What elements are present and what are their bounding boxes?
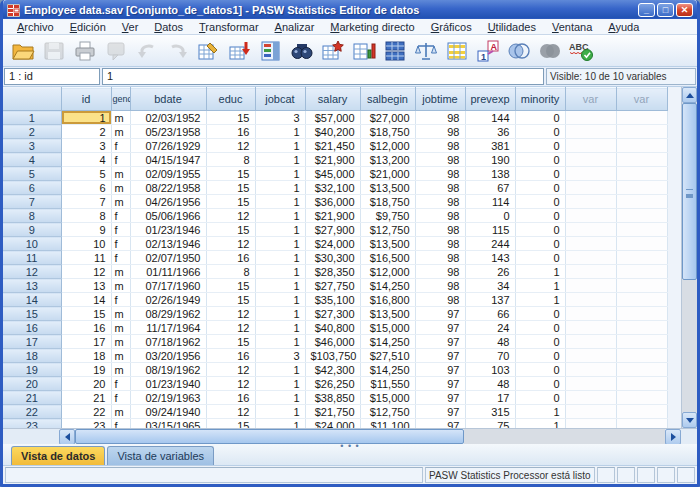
cell[interactable]: 1 — [515, 405, 565, 419]
cell[interactable]: 0 — [465, 209, 515, 223]
cell[interactable]: 01/11/1966 — [130, 265, 206, 279]
cell[interactable]: 1 — [255, 377, 305, 391]
cell[interactable]: m — [111, 321, 130, 335]
cell[interactable]: $27,300 — [305, 307, 360, 321]
cell-empty-var[interactable] — [616, 321, 667, 335]
cell[interactable]: 7 — [61, 195, 111, 209]
use-variable-sets-icon[interactable] — [503, 37, 534, 65]
cell[interactable]: 26 — [465, 265, 515, 279]
cell[interactable]: 36 — [465, 125, 515, 139]
cell[interactable]: 13 — [61, 279, 111, 293]
cell[interactable]: $13,500 — [360, 181, 415, 195]
cell[interactable]: 8 — [206, 265, 255, 279]
cell[interactable]: $27,510 — [360, 349, 415, 363]
horizontal-scroll-track[interactable] — [464, 429, 665, 444]
cell[interactable]: 15 — [206, 111, 255, 125]
cell[interactable]: 98 — [415, 237, 465, 251]
cell[interactable]: 97 — [415, 321, 465, 335]
cell[interactable]: $103,750 — [305, 349, 360, 363]
print-icon[interactable] — [69, 37, 100, 65]
cell[interactable]: 0 — [515, 335, 565, 349]
cell[interactable]: 09/24/1940 — [130, 405, 206, 419]
cell[interactable]: f — [111, 293, 130, 307]
cell[interactable]: 12 — [206, 377, 255, 391]
cell[interactable]: 1 — [255, 391, 305, 405]
cell[interactable]: 103 — [465, 363, 515, 377]
cell-empty-var[interactable] — [616, 349, 667, 363]
cell[interactable]: 15 — [206, 195, 255, 209]
cell[interactable]: $13,500 — [360, 237, 415, 251]
cell[interactable]: 15 — [206, 419, 255, 429]
menu-edicion[interactable]: Edición — [62, 20, 114, 34]
cell[interactable]: 19 — [61, 363, 111, 377]
menu-ventana[interactable]: Ventana — [544, 20, 600, 34]
cell[interactable]: 16 — [61, 321, 111, 335]
cell[interactable]: f — [111, 153, 130, 167]
cell[interactable]: 02/19/1963 — [130, 391, 206, 405]
cell[interactable]: 0 — [515, 377, 565, 391]
cell[interactable]: 0 — [515, 391, 565, 405]
cell[interactable]: 02/26/1949 — [130, 293, 206, 307]
cell[interactable]: 17 — [465, 391, 515, 405]
vertical-scroll-thumb[interactable] — [682, 103, 697, 280]
row-header[interactable]: 1 — [3, 111, 61, 125]
menu-datos[interactable]: Datos — [146, 20, 191, 34]
cell[interactable]: $21,900 — [305, 209, 360, 223]
cell[interactable]: 97 — [415, 377, 465, 391]
row-header[interactable]: 2 — [3, 125, 61, 139]
cell[interactable]: 0 — [515, 363, 565, 377]
cell-editor-input[interactable]: 1 — [102, 68, 544, 85]
cell[interactable]: 6 — [61, 181, 111, 195]
cell[interactable]: 98 — [415, 111, 465, 125]
cell[interactable]: 0 — [515, 251, 565, 265]
cell[interactable]: 137 — [465, 293, 515, 307]
cell[interactable]: 0 — [515, 349, 565, 363]
cell[interactable]: 143 — [465, 251, 515, 265]
cell[interactable]: 04/15/1947 — [130, 153, 206, 167]
cell-empty-var[interactable] — [616, 307, 667, 321]
cell[interactable]: 1 — [255, 125, 305, 139]
cell[interactable]: $13,500 — [360, 307, 415, 321]
scroll-left-button[interactable] — [59, 429, 75, 445]
insert-variable-icon[interactable] — [348, 37, 379, 65]
cell[interactable]: 08/29/1962 — [130, 307, 206, 321]
column-header-minority[interactable]: minority — [515, 88, 565, 111]
cell[interactable]: 98 — [415, 251, 465, 265]
goto-case-icon[interactable] — [193, 37, 224, 65]
cell[interactable]: $35,100 — [305, 293, 360, 307]
cell[interactable]: 01/23/1946 — [130, 223, 206, 237]
cell[interactable]: 48 — [465, 377, 515, 391]
goto-variable-icon[interactable] — [224, 37, 255, 65]
cell[interactable]: m — [111, 167, 130, 181]
recall-dialogs-icon[interactable] — [100, 37, 131, 65]
cell[interactable]: 3 — [255, 111, 305, 125]
cell-empty-var[interactable] — [616, 209, 667, 223]
cell[interactable]: 97 — [415, 307, 465, 321]
cell[interactable]: 08/19/1962 — [130, 363, 206, 377]
cell[interactable]: 07/18/1962 — [130, 335, 206, 349]
row-header[interactable]: 13 — [3, 279, 61, 293]
maximize-button[interactable]: □ — [657, 3, 674, 17]
cell[interactable]: 16 — [206, 391, 255, 405]
cell[interactable]: 98 — [415, 209, 465, 223]
row-header[interactable]: 18 — [3, 349, 61, 363]
cell[interactable]: 24 — [465, 321, 515, 335]
cell[interactable]: 1 — [255, 335, 305, 349]
cell[interactable]: 2 — [61, 125, 111, 139]
cell[interactable]: 3 — [61, 139, 111, 153]
cell[interactable]: m — [111, 349, 130, 363]
cell[interactable]: 48 — [465, 335, 515, 349]
menu-archivo[interactable]: Archivo — [9, 20, 62, 34]
cell[interactable]: 1 — [255, 181, 305, 195]
cell[interactable]: f — [111, 209, 130, 223]
cell-empty-var[interactable] — [565, 125, 616, 139]
cell[interactable]: $45,000 — [305, 167, 360, 181]
row-header[interactable]: 10 — [3, 237, 61, 251]
cell-empty-var[interactable] — [616, 167, 667, 181]
column-header-educ[interactable]: educ — [206, 88, 255, 111]
cell[interactable]: $14,250 — [360, 335, 415, 349]
cell[interactable]: $18,750 — [360, 195, 415, 209]
row-header[interactable]: 21 — [3, 391, 61, 405]
menu-analizar[interactable]: Analizar — [267, 20, 323, 34]
cell[interactable]: 5 — [61, 167, 111, 181]
